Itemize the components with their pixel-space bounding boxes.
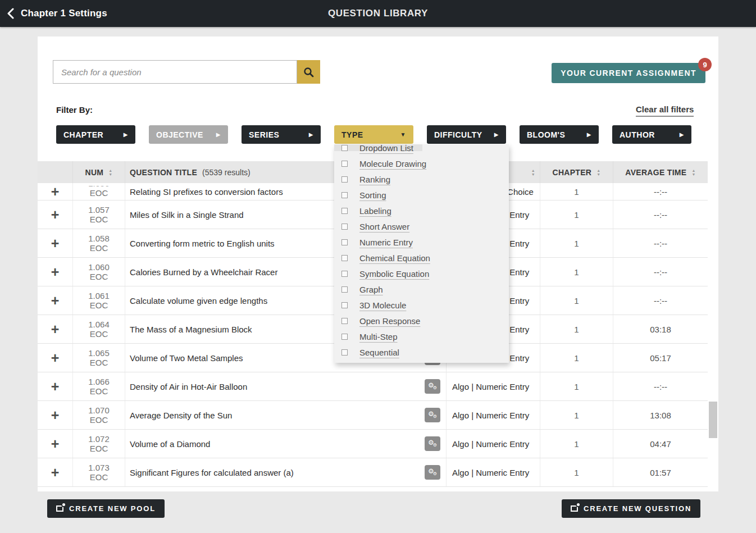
- type-option[interactable]: Open Response: [334, 313, 509, 329]
- type-option[interactable]: Numeric Entry: [334, 234, 509, 250]
- type-option[interactable]: Graph: [334, 281, 509, 297]
- header-num: NUM ▲ ▼: [73, 161, 125, 183]
- table-row[interactable]: + 1.073 EOC Significant Figures for calc…: [38, 458, 708, 487]
- table-row[interactable]: + 1.072 EOC Volume of a Diamond ⚙ ⚙ Algo…: [38, 430, 708, 458]
- filter-button[interactable]: DIFFICULTY ▶: [427, 125, 506, 144]
- question-avg-time: 05:17: [613, 344, 708, 372]
- sort-time-control[interactable]: ▲ ▼: [691, 169, 695, 176]
- type-option[interactable]: Sequential: [334, 344, 509, 360]
- type-option[interactable]: Short Answer: [334, 218, 509, 234]
- num-cell: 1.072 EOC: [73, 430, 125, 458]
- sort-type-control[interactable]: ▲ ▼: [531, 169, 535, 176]
- checkbox-icon[interactable]: [341, 224, 348, 230]
- type-filter-dropdown: Dropdown List Molecule Drawing Ranking S…: [334, 144, 509, 363]
- sort-num-control[interactable]: ▲ ▼: [108, 169, 112, 176]
- checkbox-icon[interactable]: [341, 349, 348, 356]
- type-option[interactable]: Ranking: [334, 171, 509, 187]
- type-option-label[interactable]: Ranking: [359, 175, 390, 184]
- filter-arrow-icon: ▶: [587, 132, 591, 138]
- add-to-assignment-icon[interactable]: +: [51, 238, 60, 249]
- algorithmic-gear-icon[interactable]: ⚙ ⚙: [425, 436, 440, 451]
- add-cell: +: [38, 458, 73, 486]
- clear-all-filters-link[interactable]: Clear all filters: [636, 104, 694, 117]
- type-option[interactable]: Symbolic Equation: [334, 266, 509, 281]
- sort-chapter-control[interactable]: ▲ ▼: [596, 169, 600, 176]
- type-option[interactable]: Dropdown List: [334, 144, 509, 156]
- algorithmic-gear-icon[interactable]: ⚙ ⚙: [425, 379, 440, 394]
- type-option[interactable]: Labeling: [334, 203, 509, 218]
- num-cell: 1.073 EOC: [73, 458, 125, 486]
- add-to-assignment-icon[interactable]: +: [51, 324, 60, 335]
- sort-up-icon: ▲: [691, 169, 695, 172]
- type-option[interactable]: Chemical Equation: [334, 250, 509, 266]
- create-new-pool-button[interactable]: CREATE NEW POOL: [47, 499, 165, 518]
- type-option-label[interactable]: Multi-Step: [359, 332, 398, 341]
- type-option-label[interactable]: Symbolic Equation: [359, 269, 429, 279]
- type-option[interactable]: Multi-Step: [334, 329, 509, 344]
- sort-up-icon: ▲: [596, 169, 600, 172]
- checkbox-icon[interactable]: [341, 271, 348, 277]
- type-option-label[interactable]: Sorting: [359, 190, 386, 200]
- type-option-label[interactable]: Graph: [359, 285, 383, 294]
- filter-button[interactable]: SERIES ▶: [242, 125, 321, 144]
- algorithmic-gear-icon[interactable]: ⚙ ⚙: [425, 408, 440, 422]
- checkbox-icon[interactable]: [341, 192, 348, 198]
- algorithmic-gear-icon[interactable]: ⚙ ⚙: [425, 465, 440, 480]
- add-to-assignment-icon[interactable]: +: [51, 352, 60, 363]
- table-row[interactable]: + 1.066 EOC Density of Air in Hot-Air Ba…: [38, 372, 708, 401]
- current-assignment-button[interactable]: YOUR CURRENT ASSIGNMENT: [552, 63, 705, 83]
- add-to-assignment-icon[interactable]: +: [51, 467, 60, 478]
- filter-button[interactable]: BLOOM'S ▶: [520, 125, 599, 144]
- question-chapter: 1: [540, 201, 613, 229]
- add-to-assignment-icon[interactable]: +: [51, 409, 60, 421]
- type-option-label[interactable]: Numeric Entry: [359, 238, 413, 247]
- title-cell: Density of Air in Hot-Air Balloon ⚙ ⚙: [125, 372, 447, 400]
- checkbox-icon[interactable]: [341, 239, 348, 245]
- add-to-assignment-icon[interactable]: +: [51, 381, 60, 392]
- checkbox-icon[interactable]: [341, 176, 348, 183]
- question-type: Algo | Numeric Entry: [447, 372, 540, 400]
- filter-button[interactable]: CHAPTER ▶: [56, 125, 135, 144]
- checkbox-icon[interactable]: [341, 286, 348, 293]
- type-option[interactable]: Sorting: [334, 187, 509, 203]
- search-button[interactable]: [297, 60, 320, 84]
- checkbox-icon[interactable]: [341, 208, 348, 214]
- type-option-label[interactable]: Molecule Drawing: [359, 159, 426, 168]
- add-to-assignment-icon[interactable]: +: [51, 295, 60, 306]
- table-row[interactable]: + 1.070 EOC Average Density of the Sun ⚙…: [38, 401, 708, 430]
- num-cell: 1.056 EOC: [73, 183, 125, 200]
- create-new-question-button[interactable]: CREATE NEW QUESTION: [562, 499, 700, 518]
- page-title: QUESTION LIBRARY: [0, 0, 756, 27]
- add-to-assignment-icon[interactable]: +: [51, 209, 60, 220]
- type-option-label[interactable]: Short Answer: [359, 222, 409, 231]
- type-option-label[interactable]: Dropdown List: [359, 144, 413, 153]
- filter-arrow-icon: ▶: [680, 132, 684, 138]
- question-avg-time: --:--: [613, 201, 708, 229]
- add-to-assignment-icon[interactable]: +: [51, 186, 60, 197]
- vertical-scrollbar-thumb[interactable]: [709, 402, 717, 438]
- add-to-assignment-icon[interactable]: +: [51, 266, 60, 277]
- question-number: 1.061: [88, 291, 110, 300]
- checkbox-icon[interactable]: [341, 161, 348, 167]
- filter-button[interactable]: OBJECTIVE ▶: [149, 125, 228, 144]
- results-count: (5539 results): [202, 168, 251, 177]
- type-option-label[interactable]: Sequential: [359, 348, 399, 357]
- checkbox-icon[interactable]: [341, 318, 348, 324]
- question-number: 1.070: [88, 406, 110, 415]
- type-option-label[interactable]: 3D Molecule: [359, 300, 406, 310]
- type-option-label[interactable]: Chemical Equation: [359, 253, 430, 263]
- create-question-label: CREATE NEW QUESTION: [584, 504, 691, 513]
- filter-button[interactable]: AUTHOR ▶: [612, 125, 691, 144]
- type-option[interactable]: Molecule Drawing: [334, 156, 509, 171]
- checkbox-icon[interactable]: [341, 145, 348, 151]
- checkbox-icon[interactable]: [341, 255, 348, 261]
- type-option-label[interactable]: Labeling: [359, 206, 391, 216]
- type-option-label[interactable]: Open Response: [359, 316, 420, 326]
- question-library-screen: Chapter 1 Settings QUESTION LIBRARY YOUR…: [0, 0, 756, 533]
- type-option[interactable]: 3D Molecule: [334, 297, 509, 313]
- add-to-assignment-icon[interactable]: +: [51, 438, 60, 449]
- checkbox-icon[interactable]: [341, 334, 348, 340]
- checkbox-icon[interactable]: [341, 302, 348, 308]
- search-input[interactable]: [53, 60, 297, 84]
- filter-button[interactable]: TYPE ▼: [334, 125, 413, 144]
